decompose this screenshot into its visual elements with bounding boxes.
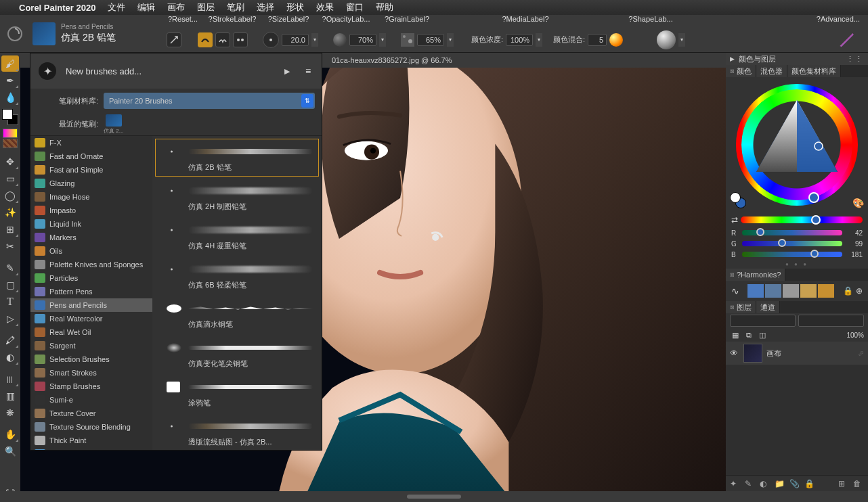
tool-swirl-icon[interactable] bbox=[0, 15, 30, 52]
menu-select[interactable]: 选择 bbox=[257, 1, 274, 14]
opacity-input[interactable]: 70% bbox=[349, 34, 376, 46]
brush-variant-item[interactable]: 仿真变化笔尖钢笔 bbox=[155, 335, 319, 373]
brush-category-item[interactable]: Sumi-e bbox=[30, 393, 152, 407]
tab-colorset[interactable]: 颜色集材料库 bbox=[787, 65, 841, 77]
blend-depth-select[interactable] bbox=[798, 315, 864, 327]
brush-category-item[interactable]: Oils bbox=[30, 244, 152, 258]
gradient-swatch[interactable] bbox=[3, 129, 18, 138]
text-tool[interactable]: T bbox=[1, 294, 19, 310]
add-swatch-icon[interactable]: ⊕ bbox=[856, 286, 863, 296]
brush-category-item[interactable]: Fast and Ornate bbox=[30, 150, 152, 163]
new-layer-icon[interactable]: ⊞ bbox=[838, 479, 849, 488]
brush-tool[interactable]: 🖌 bbox=[1, 55, 19, 72]
layer-checker-icon[interactable]: ▦ bbox=[730, 329, 741, 340]
brush-category-item[interactable]: Real Watercolor bbox=[30, 312, 152, 325]
menu-file[interactable]: 文件 bbox=[108, 1, 125, 14]
brush-lib-select[interactable]: Painter 20 Brushes ⇅ bbox=[104, 93, 315, 109]
brush-variant-item[interactable]: 仿真 2H 制图铅笔 bbox=[155, 178, 319, 216]
color-wheel[interactable]: 🎨 bbox=[726, 77, 868, 212]
size-input[interactable]: 20.0 bbox=[282, 34, 309, 46]
divine-tool[interactable]: ⫼ bbox=[1, 371, 19, 387]
stroke-type-3[interactable] bbox=[233, 32, 248, 47]
brush-category-item[interactable]: Palette Knives and Sponges bbox=[30, 258, 152, 271]
brush-category-item[interactable]: Stamp Brushes bbox=[30, 380, 152, 393]
harmony-swatch[interactable] bbox=[818, 284, 834, 298]
mask-add-icon[interactable]: ✎ bbox=[745, 479, 756, 488]
hand-tool[interactable]: ✋ bbox=[1, 426, 19, 442]
brush-variant-list[interactable]: 仿真 2B 铅笔仿真 2H 制图铅笔仿真 4H 凝重铅笔仿真 6B 轻柔铅笔仿真… bbox=[152, 136, 322, 450]
harmony-swatch[interactable] bbox=[800, 284, 817, 298]
brush-category-item[interactable]: Selection Brushes bbox=[30, 352, 152, 366]
concentration-input[interactable]: 100% bbox=[506, 34, 533, 46]
swap-icon[interactable]: ⇄ bbox=[731, 215, 738, 225]
marquee-tool[interactable]: ▭ bbox=[1, 170, 19, 187]
brush-variant-item[interactable]: 仿真 6B 轻柔铅笔 bbox=[155, 256, 319, 294]
zoom-tool[interactable]: 🔍 bbox=[1, 443, 19, 459]
wand-tool[interactable]: ✨ bbox=[1, 204, 19, 221]
transform-tool[interactable]: ⊞ bbox=[1, 221, 19, 237]
brush-category-item[interactable]: Glazing bbox=[30, 177, 152, 190]
tab-channels[interactable]: 通道 bbox=[756, 301, 780, 313]
harmony-swatch[interactable] bbox=[783, 284, 799, 298]
pen-tool[interactable]: ✒ bbox=[1, 72, 19, 89]
blend-mode-select[interactable] bbox=[730, 315, 796, 327]
r-slider[interactable]: R42 bbox=[726, 227, 868, 238]
crop-tool[interactable]: ✂ bbox=[1, 238, 19, 254]
visibility-icon[interactable]: 👁 bbox=[730, 348, 739, 358]
brush-category-item[interactable]: Thick Paint bbox=[30, 434, 152, 447]
shape-dropdown[interactable]: ▾ bbox=[678, 33, 685, 47]
size-preview-icon[interactable] bbox=[263, 32, 279, 48]
opacity-dropdown[interactable]: ▾ bbox=[379, 33, 386, 47]
brush-variant-item[interactable]: 仿真 2B 铅笔 bbox=[155, 139, 319, 177]
clone-brush-tool[interactable]: 🖍 bbox=[1, 332, 19, 348]
panel-menu-icon[interactable]: ≡ bbox=[303, 66, 313, 76]
brush-category-item[interactable]: Pens and Pencils bbox=[30, 298, 152, 312]
menu-layer[interactable]: 图层 bbox=[197, 1, 215, 14]
brush-category-item[interactable]: Smart Strokes bbox=[30, 366, 152, 380]
brush-category-item[interactable]: Image Hose bbox=[30, 190, 152, 204]
reset-button[interactable] bbox=[167, 32, 181, 47]
adjust-icon[interactable]: ◐ bbox=[760, 479, 771, 488]
panel-title-color[interactable]: ▶ 颜色与图层 ⋮⋮ bbox=[726, 53, 868, 65]
brush-category-item[interactable]: Liquid Ink bbox=[30, 217, 152, 231]
color-fg-bg[interactable] bbox=[730, 192, 746, 208]
recent-brush-item[interactable]: 仿真 2... bbox=[104, 114, 123, 135]
dodge-tool[interactable]: ◐ bbox=[1, 349, 19, 365]
stroke-type-1[interactable] bbox=[198, 32, 213, 47]
tab-layers[interactable]: ⊠图层 bbox=[726, 301, 756, 313]
brush-variant-item[interactable]: 涂鸦笔 bbox=[155, 374, 319, 412]
brush-selector[interactable]: Pens and Pencils 仿真 2B 铅笔 bbox=[30, 22, 162, 45]
concentration-dropdown[interactable]: ▾ bbox=[536, 33, 542, 47]
layer-opacity-value[interactable]: 100% bbox=[846, 332, 864, 339]
play-icon[interactable]: ▶ bbox=[281, 65, 293, 77]
menu-shape[interactable]: 形状 bbox=[286, 1, 304, 14]
hue-slider[interactable]: ⇄ bbox=[726, 212, 868, 227]
fx-icon[interactable]: ✦ bbox=[730, 479, 741, 488]
tab-mixer[interactable]: 混色器 bbox=[756, 65, 787, 77]
pattern-swatch[interactable] bbox=[3, 139, 18, 148]
brush-category-item[interactable]: Impasto bbox=[30, 204, 152, 217]
pointer-tool[interactable]: ▷ bbox=[1, 311, 19, 327]
delete-layer-icon[interactable]: 🗑 bbox=[853, 479, 864, 488]
color-palette-icon[interactable]: 🎨 bbox=[852, 198, 864, 208]
kaleidoscope-tool[interactable]: ❋ bbox=[1, 405, 19, 421]
brush-category-item[interactable]: Sargent bbox=[30, 339, 152, 352]
rect-tool[interactable]: ▢ bbox=[1, 277, 19, 293]
brush-category-item[interactable]: Pattern Pens bbox=[30, 285, 152, 298]
shape-pen-tool[interactable]: ✎ bbox=[1, 260, 19, 276]
lock-all-icon[interactable]: 🔒 bbox=[804, 479, 815, 488]
brush-category-item[interactable]: F-X bbox=[30, 136, 152, 150]
brush-category-item[interactable]: Texture Cover bbox=[30, 407, 152, 420]
brush-variant-item[interactable]: 仿真 4H 凝重铅笔 bbox=[155, 217, 319, 255]
app-name[interactable]: Corel Painter 2020 bbox=[19, 3, 95, 13]
menu-edit[interactable]: 编辑 bbox=[137, 1, 155, 14]
harmony-swatch[interactable] bbox=[747, 284, 764, 298]
stroke-type-2[interactable] bbox=[215, 32, 230, 47]
shape-preview-icon[interactable] bbox=[657, 30, 676, 49]
new-brushes-icon[interactable]: ✦ bbox=[39, 62, 56, 80]
pager-dots[interactable]: ● ● ● bbox=[726, 260, 868, 269]
mirror-tool[interactable]: ▥ bbox=[1, 388, 19, 404]
menu-help[interactable]: 帮助 bbox=[376, 1, 393, 14]
lasso-tool[interactable]: ◯ bbox=[1, 187, 19, 204]
size-dropdown[interactable]: ▾ bbox=[311, 33, 318, 47]
